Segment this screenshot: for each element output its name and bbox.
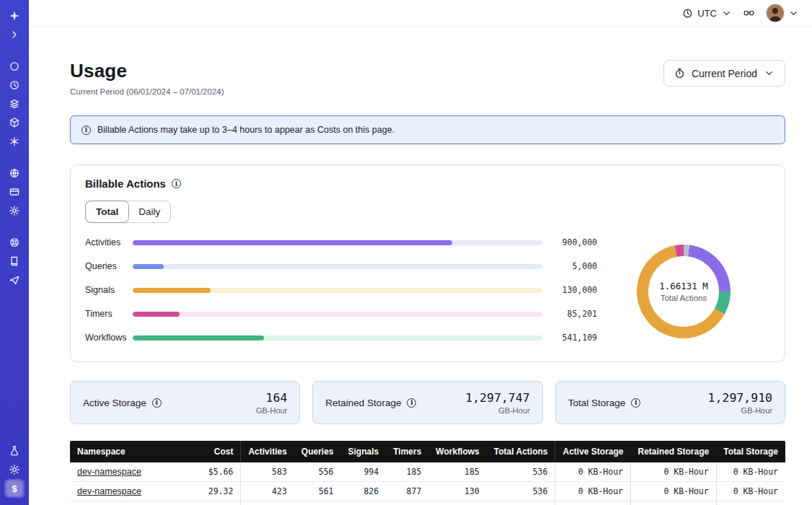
rocket-icon	[9, 274, 20, 286]
storage-card-label: Total Storage	[568, 398, 626, 408]
sidebar-item-deployments[interactable]	[4, 113, 25, 132]
sidebar-collapse-button[interactable]	[4, 25, 25, 44]
col-retained-storage: Retained Storage	[631, 441, 717, 462]
bar-row-workflows: Workflows 541,109	[85, 333, 597, 343]
namespace-link[interactable]: dev-namespace	[77, 486, 141, 496]
bar-track	[133, 335, 542, 341]
cell-retained-storage: 0 KB-Hour	[631, 501, 717, 505]
sidebar-item-usage[interactable]	[4, 479, 25, 498]
bar-value: 5,000	[542, 261, 597, 271]
goggles-icon[interactable]	[743, 8, 754, 19]
bar-value: 541,109	[542, 333, 597, 343]
sidebar-item-feedback[interactable]	[4, 271, 25, 289]
cell-total-storage: 0 KB-Hour	[716, 482, 785, 501]
cell-timers: 816	[386, 501, 428, 505]
cell-queries: 561	[294, 482, 341, 501]
info-icon[interactable]	[152, 398, 162, 408]
sidebar-item-labs[interactable]	[4, 442, 25, 460]
sidebar-item-layers[interactable]	[4, 95, 25, 113]
sidebar-item-billing[interactable]	[4, 183, 25, 201]
sidebar-item-support[interactable]	[4, 233, 25, 252]
timezone-selector[interactable]: UTC	[682, 8, 732, 19]
info-icon[interactable]	[631, 398, 640, 408]
sidebar-item-namespaces[interactable]	[4, 57, 25, 76]
chevron-down-icon	[764, 68, 775, 79]
col-active-storage: Active Storage	[555, 441, 631, 462]
bar-fill	[133, 240, 452, 245]
col-total-actions: Total Actions	[487, 441, 555, 462]
col-total-storage: Total Storage	[716, 441, 785, 462]
sidebar-item-history[interactable]	[4, 76, 25, 95]
account-menu[interactable]	[766, 4, 799, 22]
cell-total-storage: 0 KB-Hour	[716, 462, 785, 482]
storage-card-value: 1,297,910	[708, 391, 772, 405]
period-selector-button[interactable]: Current Period	[663, 60, 785, 87]
total-daily-toggle: Total Daily	[85, 201, 171, 223]
namespace-usage-table: Namespace Cost Activities Queries Signal…	[70, 441, 785, 505]
globe-icon	[9, 167, 20, 179]
cell-activities: 492	[241, 501, 294, 505]
namespace-link[interactable]: dev-namespace	[77, 467, 141, 477]
info-icon	[81, 126, 91, 135]
sidebar-item-cloud[interactable]	[4, 164, 25, 183]
cell-queries: 556	[294, 462, 341, 482]
cell-activities: 423	[241, 482, 294, 501]
history-icon	[9, 79, 20, 91]
bar-track	[133, 288, 542, 293]
book-icon	[9, 255, 20, 267]
cell-active-storage: 0 KB-Hour	[555, 482, 631, 501]
table-row: dev-namespace $5.66 583 556 994 185 185 …	[70, 462, 785, 482]
page-title: Usage	[70, 60, 224, 82]
cell-workflows: 185	[428, 462, 486, 482]
stopwatch-icon	[674, 68, 685, 79]
app-logo[interactable]	[4, 6, 25, 25]
timezone-label: UTC	[697, 8, 717, 19]
total-actions-donut: 1.66131 M Total Actions	[597, 245, 770, 338]
col-namespace: Namespace	[70, 441, 201, 462]
cell-cost: 29.32	[201, 482, 241, 501]
col-workflows: Workflows	[428, 441, 486, 462]
total-storage-card: Total Storage 1,297,910 GB-Hour	[555, 381, 785, 424]
cell-active-storage: 0 KB-Hour	[555, 462, 631, 482]
bar-row-signals: Signals 130,000	[85, 285, 597, 295]
sidebar-item-schedules[interactable]	[4, 132, 25, 151]
bar-value: 85,201	[542, 309, 597, 319]
cell-signals: 994	[341, 462, 387, 482]
storage-card-label: Retained Storage	[325, 398, 401, 408]
sidebar-item-settings[interactable]	[4, 201, 25, 220]
bar-fill	[133, 335, 264, 341]
cell-queries: 536	[294, 501, 341, 505]
storage-card-value: 1,297,747	[465, 391, 529, 405]
cube-icon	[9, 117, 20, 128]
bar-fill	[133, 288, 211, 293]
avatar	[766, 4, 785, 22]
storage-card-unit: GB-Hour	[465, 406, 529, 415]
namespaces-icon	[9, 61, 20, 72]
layers-icon	[9, 98, 20, 110]
sidebar-item-docs[interactable]	[4, 252, 25, 271]
info-icon[interactable]	[172, 179, 181, 188]
bar-value: 130,000	[542, 285, 597, 295]
billable-actions-title: Billable Actions	[85, 177, 166, 190]
tab-total[interactable]: Total	[85, 201, 129, 223]
sidebar-item-theme[interactable]	[4, 460, 25, 479]
info-banner: Billable Actions may take up to 3–4 hour…	[70, 115, 785, 144]
col-cost: Cost	[201, 441, 241, 462]
chevron-down-icon	[721, 8, 732, 19]
col-activities: Activities	[241, 441, 294, 462]
cell-timers: 185	[386, 462, 428, 482]
flask-icon	[9, 445, 20, 457]
billable-actions-card: Billable Actions Total Daily Activities …	[70, 164, 785, 362]
sidebar	[0, 0, 29, 505]
storage-card-unit: GB-Hour	[708, 406, 772, 415]
info-icon[interactable]	[407, 398, 416, 408]
table-header-row: Namespace Cost Activities Queries Signal…	[70, 441, 785, 462]
bar-label: Timers	[85, 309, 133, 319]
col-timers: Timers	[386, 441, 428, 462]
banner-text: Billable Actions may take up to 3–4 hour…	[97, 125, 394, 135]
cell-total-actions: 130	[487, 501, 555, 505]
tab-daily[interactable]: Daily	[128, 201, 170, 222]
page-subtitle: Current Period (06/01/2024 – 07/01/2024)	[70, 87, 224, 96]
cell-timers: 877	[386, 482, 428, 501]
cell-workflows: 600	[428, 501, 486, 505]
